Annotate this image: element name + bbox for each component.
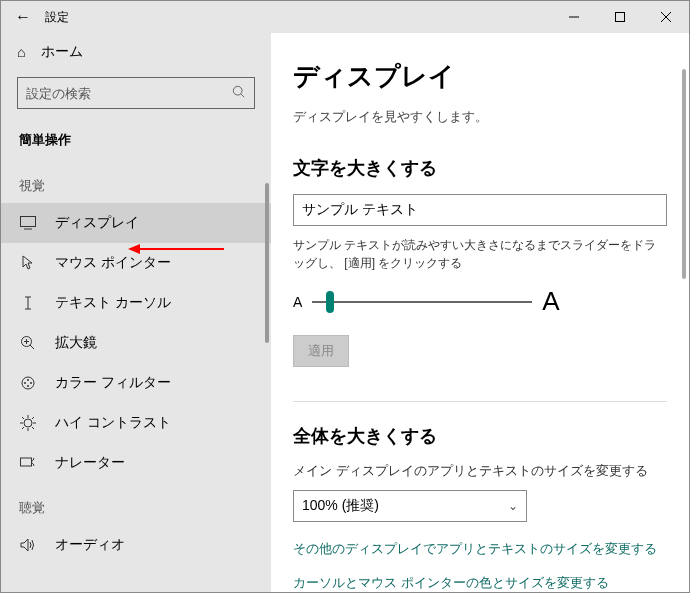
- sidebar-item-color-filter[interactable]: カラー フィルター: [1, 363, 271, 403]
- pointer-icon: [19, 255, 37, 271]
- category-label: 簡単操作: [1, 121, 271, 161]
- sidebar-item-mouse-pointer[interactable]: マウス ポインター: [1, 243, 271, 283]
- slider-small-a: A: [293, 294, 302, 310]
- instruction-text: サンプル テキストが読みやすい大きさになるまでスライダーをドラッグし、 [適用]…: [293, 236, 667, 272]
- sidebar-item-label: ディスプレイ: [55, 214, 139, 232]
- slider-large-a: A: [542, 286, 559, 317]
- scale-dropdown[interactable]: 100% (推奨) ⌄: [293, 490, 527, 522]
- svg-point-17: [30, 382, 32, 384]
- sidebar-item-text-cursor[interactable]: テキスト カーソル: [1, 283, 271, 323]
- text-size-slider-row: A A: [293, 286, 667, 317]
- apply-button[interactable]: 適用: [293, 335, 349, 367]
- narrator-icon: [19, 456, 37, 470]
- search-box[interactable]: [17, 77, 255, 109]
- sidebar-item-label: ハイ コントラスト: [55, 414, 171, 432]
- page-title: ディスプレイ: [293, 59, 667, 94]
- section-vision: 視覚: [1, 161, 271, 203]
- window-title: 設定: [45, 9, 69, 26]
- home-icon: ⌂: [17, 44, 25, 60]
- search-icon: [232, 85, 246, 102]
- sidebar-item-label: マウス ポインター: [55, 254, 171, 272]
- color-filter-icon: [19, 375, 37, 391]
- titlebar: ← 設定: [1, 1, 689, 33]
- svg-line-14: [30, 345, 34, 349]
- sidebar-item-display[interactable]: ディスプレイ: [1, 203, 271, 243]
- chevron-down-icon: ⌄: [508, 499, 518, 513]
- svg-point-19: [27, 385, 29, 387]
- sidebar-item-label: オーディオ: [55, 536, 125, 554]
- cursor-pointer-link[interactable]: カーソルとマウス ポインターの色とサイズを変更する: [293, 574, 667, 592]
- sidebar-item-label: カラー フィルター: [55, 374, 171, 392]
- divider: [293, 401, 667, 402]
- sidebar-item-high-contrast[interactable]: ハイ コントラスト: [1, 403, 271, 443]
- svg-line-27: [32, 417, 34, 419]
- home-label: ホーム: [41, 43, 83, 61]
- home-button[interactable]: ⌂ ホーム: [1, 33, 271, 71]
- section-hearing: 聴覚: [1, 483, 271, 525]
- close-icon: [661, 12, 671, 22]
- svg-point-20: [24, 419, 32, 427]
- minimize-button[interactable]: [551, 1, 597, 33]
- sidebar-item-magnifier[interactable]: 拡大鏡: [1, 323, 271, 363]
- maximize-icon: [615, 12, 625, 22]
- svg-line-28: [22, 427, 24, 429]
- sample-text-box: サンプル テキスト: [293, 194, 667, 226]
- svg-rect-6: [21, 217, 36, 227]
- svg-line-26: [32, 427, 34, 429]
- close-button[interactable]: [643, 1, 689, 33]
- minimize-icon: [569, 12, 579, 22]
- content-area: ディスプレイ ディスプレイを見やすくします。 文字を大きくする サンプル テキス…: [271, 33, 689, 592]
- svg-point-15: [22, 377, 34, 389]
- other-displays-link[interactable]: その他のディスプレイでアプリとテキストのサイズを変更する: [293, 540, 667, 558]
- text-size-title: 文字を大きくする: [293, 156, 667, 180]
- sidebar-item-label: テキスト カーソル: [55, 294, 171, 312]
- svg-point-18: [24, 382, 26, 384]
- text-size-slider[interactable]: [312, 291, 532, 313]
- sidebar-item-narrator[interactable]: ナレーター: [1, 443, 271, 483]
- slider-track: [312, 301, 532, 303]
- svg-line-25: [22, 417, 24, 419]
- svg-rect-29: [21, 458, 32, 466]
- sidebar-item-label: ナレーター: [55, 454, 125, 472]
- dropdown-value: 100% (推奨): [302, 497, 379, 515]
- content-scrollbar[interactable]: [682, 69, 686, 279]
- sidebar-item-label: 拡大鏡: [55, 334, 97, 352]
- high-contrast-icon: [19, 415, 37, 431]
- display-icon: [19, 216, 37, 230]
- svg-line-5: [241, 93, 245, 97]
- scale-sublabel: メイン ディスプレイのアプリとテキストのサイズを変更する: [293, 462, 667, 480]
- back-arrow-icon: ←: [15, 8, 31, 26]
- maximize-button[interactable]: [597, 1, 643, 33]
- window-controls: [551, 1, 689, 33]
- audio-icon: [19, 538, 37, 552]
- sidebar-scrollbar[interactable]: [265, 183, 269, 343]
- slider-thumb[interactable]: [326, 291, 334, 313]
- svg-point-16: [27, 379, 29, 381]
- search-input[interactable]: [26, 86, 226, 101]
- magnifier-icon: [19, 335, 37, 351]
- scale-title: 全体を大きくする: [293, 424, 667, 448]
- back-button[interactable]: ←: [1, 1, 45, 33]
- text-cursor-icon: [19, 295, 37, 311]
- svg-rect-1: [616, 13, 625, 22]
- sidebar: ⌂ ホーム 簡単操作 視覚 ディスプレイ マウス ポインター: [1, 33, 271, 592]
- sidebar-item-audio[interactable]: オーディオ: [1, 525, 271, 565]
- page-subtitle: ディスプレイを見やすくします。: [293, 108, 667, 126]
